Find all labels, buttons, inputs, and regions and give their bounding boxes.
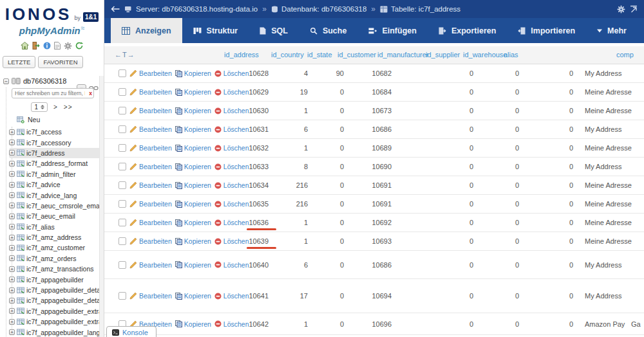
- row-checkbox[interactable]: [118, 181, 126, 189]
- tab-exportieren[interactable]: Exportieren: [428, 18, 507, 43]
- tree-item-ic7f_appagebuilder_details[interactable]: +ic7f_appagebuilder_details: [9, 285, 104, 295]
- next-page-link[interactable]: >: [53, 104, 58, 111]
- copy-link[interactable]: Kopieren: [175, 261, 211, 269]
- edit-link[interactable]: Bearbeiten: [129, 144, 172, 152]
- tree-item-ic7f_amz_address[interactable]: +ic7f_amz_address: [9, 232, 104, 242]
- docs-icon[interactable]: [54, 42, 61, 50]
- tree-item-ic7f_appagebuilder[interactable]: +ic7f_appagebuilder: [9, 274, 104, 284]
- tab-struktur[interactable]: Struktur: [182, 18, 249, 43]
- column-header-id_supplier[interactable]: id_supplier: [426, 51, 460, 59]
- tab-einf-gen[interactable]: Einfügen: [357, 18, 427, 43]
- sidebar-scrollbar[interactable]: [99, 76, 104, 337]
- console-tab[interactable]: Konsole: [106, 326, 156, 337]
- tree-item-ic7f_appagebuilder_extrapro[interactable]: +ic7f_appagebuilder_extrapro: [9, 316, 104, 327]
- tab-sql[interactable]: SQL: [249, 18, 299, 43]
- breadcrumb-database[interactable]: Datenbank: db766306318: [271, 5, 366, 13]
- edit-link[interactable]: Bearbeiten: [129, 261, 172, 269]
- row-checkbox[interactable]: [118, 261, 126, 269]
- edit-link[interactable]: Bearbeiten: [129, 219, 172, 226]
- column-header-id_address[interactable]: id_address: [224, 51, 259, 59]
- expand-icon[interactable]: +: [9, 266, 15, 272]
- settings-gear-icon[interactable]: [617, 5, 625, 14]
- tab-mehr[interactable]: Mehr: [586, 18, 638, 43]
- column-header-alias[interactable]: alias: [504, 51, 518, 59]
- tree-item-ic7f_aeuc_cmsrole_email[interactable]: +ic7f_aeuc_cmsrole_email: [9, 201, 104, 211]
- row-checkbox[interactable]: [118, 125, 126, 133]
- tab-importieren[interactable]: Importieren: [507, 18, 586, 43]
- row-checkbox[interactable]: [118, 107, 126, 114]
- expand-icon[interactable]: +: [9, 245, 15, 251]
- options-corner[interactable]: ←T→: [115, 51, 135, 59]
- logout-icon[interactable]: [32, 42, 40, 50]
- expand-icon[interactable]: +: [9, 287, 15, 293]
- row-checkbox[interactable]: [118, 292, 126, 300]
- tree-item-ic7f_appagebuilder_extracat[interactable]: +ic7f_appagebuilder_extracat: [9, 306, 104, 316]
- expand-icon[interactable]: +: [9, 203, 15, 208]
- breadcrumb-table[interactable]: Tabelle: ic7f_address: [380, 5, 460, 13]
- tree-item-ic7f_advice[interactable]: +ic7f_advice: [9, 179, 104, 190]
- tree-item-ic7f_amz_transactions[interactable]: +ic7f_amz_transactions: [9, 264, 104, 274]
- favorites-button[interactable]: FAVORITEN: [38, 56, 82, 68]
- copy-link[interactable]: Kopieren: [175, 144, 211, 152]
- edit-link[interactable]: Bearbeiten: [129, 237, 172, 245]
- tab-anzeigen[interactable]: Anzeigen: [111, 18, 182, 43]
- copy-link[interactable]: Kopieren: [175, 320, 211, 328]
- copy-link[interactable]: Kopieren: [175, 125, 211, 133]
- tree-item-ic7f_appagebuilder_details_sl[interactable]: +ic7f_appagebuilder_details_sl: [9, 295, 104, 305]
- home-icon[interactable]: [21, 42, 29, 50]
- page-select[interactable]: 1: [31, 102, 48, 112]
- expand-icon[interactable]: +: [9, 192, 15, 198]
- expand-icon[interactable]: +: [9, 182, 15, 188]
- expand-icon[interactable]: +: [9, 140, 15, 145]
- refresh-icon[interactable]: [75, 42, 83, 50]
- copy-link[interactable]: Kopieren: [175, 88, 211, 96]
- copy-link[interactable]: Kopieren: [175, 181, 211, 189]
- edit-link[interactable]: Bearbeiten: [129, 292, 172, 300]
- copy-link[interactable]: Kopieren: [175, 200, 211, 208]
- edit-link[interactable]: Bearbeiten: [129, 200, 172, 208]
- tree-item-ic7f_address[interactable]: +ic7f_address: [9, 148, 104, 158]
- column-header-comp[interactable]: comp: [616, 51, 634, 59]
- back-arrow-icon[interactable]: [111, 6, 120, 12]
- tree-item-ic7f_appagebuilder_lang[interactable]: +ic7f_appagebuilder_lang: [9, 327, 104, 337]
- expand-icon[interactable]: +: [9, 329, 15, 335]
- copy-link[interactable]: Kopieren: [175, 292, 211, 300]
- column-header-id_customer[interactable]: id_customer: [337, 51, 376, 59]
- expand-icon[interactable]: +: [9, 298, 15, 304]
- row-checkbox[interactable]: [118, 88, 126, 96]
- tree-item-ic7f_aeuc_email[interactable]: +ic7f_aeuc_email: [9, 211, 104, 221]
- copy-link[interactable]: Kopieren: [175, 237, 211, 245]
- edit-link[interactable]: Bearbeiten: [129, 69, 172, 77]
- info-icon[interactable]: [43, 42, 51, 50]
- copy-link[interactable]: Kopieren: [175, 219, 211, 226]
- copy-link[interactable]: Kopieren: [175, 107, 211, 114]
- column-header-id_manufacturer[interactable]: id_manufacturer: [377, 51, 429, 59]
- tab-suche[interactable]: Suche: [299, 18, 358, 43]
- scroll-top-icon[interactable]: [630, 5, 638, 13]
- column-header-id_country[interactable]: id_country: [271, 51, 304, 59]
- copy-link[interactable]: Kopieren: [175, 163, 211, 170]
- expand-icon[interactable]: +: [9, 150, 15, 156]
- expand-icon[interactable]: +: [9, 224, 15, 230]
- copy-link[interactable]: Kopieren: [175, 69, 211, 77]
- edit-link[interactable]: Bearbeiten: [129, 107, 172, 114]
- tree-item-ic7f_access[interactable]: +ic7f_access: [9, 127, 104, 137]
- clear-filter-icon[interactable]: x: [89, 90, 92, 96]
- edit-link[interactable]: Bearbeiten: [129, 163, 172, 170]
- expand-icon[interactable]: +: [9, 308, 15, 314]
- expand-icon[interactable]: +: [9, 129, 15, 135]
- expand-icon[interactable]: +: [9, 277, 15, 282]
- tree-item-ic7f_amz_customer[interactable]: +ic7f_amz_customer: [9, 242, 104, 253]
- tree-filter-input[interactable]: [12, 88, 94, 98]
- breadcrumb-server[interactable]: Server: db766306318.hosting-data.io: [124, 5, 258, 13]
- column-header-id_warehouse[interactable]: id_warehouse: [463, 51, 507, 59]
- edit-link[interactable]: Bearbeiten: [129, 125, 172, 133]
- expand-icon[interactable]: +: [9, 255, 15, 261]
- tree-item-database[interactable]: − db766306318: [0, 77, 104, 85]
- tree-item-ic7f_address_format[interactable]: +ic7f_address_format: [9, 158, 104, 168]
- expand-icon[interactable]: +: [9, 171, 15, 177]
- row-checkbox[interactable]: [118, 200, 126, 208]
- tree-item-ic7f_accessory[interactable]: +ic7f_accessory: [9, 137, 104, 147]
- last-page-link[interactable]: >>: [64, 104, 73, 111]
- row-checkbox[interactable]: [118, 237, 126, 245]
